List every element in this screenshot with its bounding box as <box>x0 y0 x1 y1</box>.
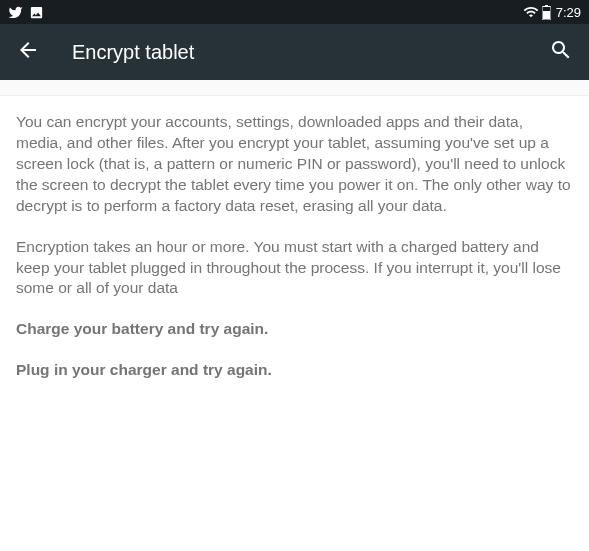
twitter-icon <box>8 5 23 20</box>
svg-rect-2 <box>543 11 550 19</box>
app-bar: Encrypt tablet <box>0 24 589 80</box>
image-icon <box>29 5 44 20</box>
battery-icon <box>542 5 551 20</box>
description-paragraph-2: Encryption takes an hour or more. You mu… <box>16 237 573 300</box>
status-time: 7:29 <box>556 5 581 20</box>
back-button[interactable] <box>16 40 40 64</box>
warning-plug-charger: Plug in your charger and try again. <box>16 360 573 381</box>
arrow-back-icon <box>16 38 40 66</box>
svg-rect-1 <box>545 5 548 7</box>
status-bar: 7:29 <box>0 0 589 24</box>
status-left-icons <box>8 5 44 20</box>
warning-charge-battery: Charge your battery and try again. <box>16 319 573 340</box>
content-area: You can encrypt your accounts, settings,… <box>0 96 589 417</box>
status-right-icons: 7:29 <box>523 4 581 20</box>
search-button[interactable] <box>549 40 573 64</box>
wifi-icon <box>523 4 539 20</box>
divider <box>0 80 589 96</box>
search-icon <box>549 38 573 66</box>
description-paragraph-1: You can encrypt your accounts, settings,… <box>16 112 573 217</box>
page-title: Encrypt tablet <box>72 41 549 64</box>
